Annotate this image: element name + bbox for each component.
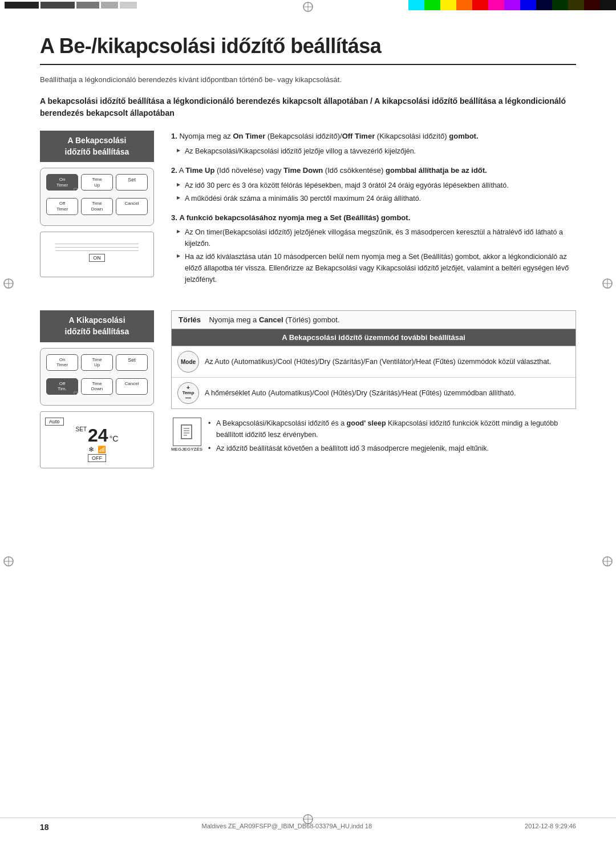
page-number: 18	[40, 823, 49, 832]
remote-illus-2: OnTimer TimeUp Set OffTim. ☞ TimeDown	[40, 348, 154, 406]
btn-on-timer: OnTimer ☞	[46, 174, 78, 191]
btn-time-down-1: TimeDown	[81, 198, 113, 214]
page-footer: 18 Maldives ZE_AR09FSFP@_IBIM_DB68-03379…	[0, 817, 616, 832]
section1-container: A Bekapcsolási időzítő beállítása OnTime…	[40, 131, 576, 293]
step1-bullets: Az Bekapcsolási/Kikapcsolási időzítő jel…	[171, 145, 576, 157]
mode-icon-label: Mode	[181, 358, 196, 366]
step2-bullets: Az idő 30 perc és 3 óra között félórás l…	[171, 180, 576, 204]
note-content: A Bekapcsolási/Kikapcsolási időzítő és a…	[208, 418, 576, 456]
btn-on-timer-2: OnTimer	[46, 354, 78, 371]
note-bullet-1: A Bekapcsolási/Kikapcsolási időzítő és a…	[208, 418, 576, 440]
note-bullet-2: Az időzítő beállítását követően a beállí…	[208, 443, 576, 454]
instructions-col: 1. Nyomja meg az On Timer (Bekapcsolási …	[171, 131, 576, 293]
btn-cancel-1: Cancel	[116, 198, 148, 214]
instruction-step3: 3. A funkció bekapcsolásához nyomja meg …	[171, 212, 576, 286]
torles-label: Törlés	[179, 315, 201, 324]
svg-rect-18	[181, 425, 192, 439]
page-title: A Be-/kikapcsolási időzítő beállítása	[40, 34, 576, 65]
remote-buttons-1: OnTimer ☞ TimeUp Set OffTimer	[46, 174, 148, 214]
btn-off-timer-2: OffTim. ☞	[46, 378, 78, 395]
minus-icon: —	[185, 395, 191, 401]
display-set-label: SET	[76, 426, 87, 432]
display-illus-1: ON	[40, 232, 154, 277]
display-temp-num: 24	[88, 426, 108, 444]
mode-icon-box: Mode	[177, 351, 199, 373]
remote-buttons-2: OnTimer TimeUp Set OffTim. ☞ TimeDown	[46, 354, 148, 395]
btn-set-2: Set	[116, 354, 148, 371]
section2-label: A Kikapcsolási időzítő beállítása	[40, 310, 154, 342]
btn-time-up-2: TimeUp	[81, 354, 113, 371]
btn-set-1: Set	[116, 174, 148, 191]
note-icon-label: MEGJEGYZÉS	[171, 446, 202, 454]
display-lines-1	[55, 244, 139, 254]
settings-table: A Bekapcsolási időzítő üzemmód további b…	[171, 329, 576, 409]
temp-icon-box: + Temp —	[177, 382, 199, 404]
signal-icon: 📶	[98, 446, 106, 454]
note-icon	[173, 418, 201, 446]
instruction-step2: 2. A Time Up (Idő növelése) vagy Time Do…	[171, 165, 576, 204]
section1-left: A Bekapcsolási időzítő beállítása OnTime…	[40, 131, 154, 293]
note-box: MEGJEGYZÉS A Bekapcsolási/Kikapcsolási i…	[171, 418, 576, 456]
display-off-label: OFF	[88, 454, 106, 462]
remote-illus-1: OnTimer ☞ TimeUp Set OffTimer	[40, 168, 154, 225]
bold-header: A bekapcsolási időzítő beállítása a légk…	[40, 95, 576, 119]
snowflake-icon: ❄	[88, 446, 94, 454]
step3-bullets: Az On timer(Bekapcsolási időzítő) jelzőj…	[171, 226, 576, 285]
section2-container: A Kikapcsolási időzítő beállítása OnTime…	[40, 310, 576, 468]
section2-right: Törlés Nyomja meg a Cancel (Törlés) gomb…	[171, 310, 576, 468]
footer-date: 2012-12-8 9:29:46	[525, 823, 576, 832]
cancel-bold: Cancel	[259, 315, 283, 324]
display-auto-label: Auto	[45, 418, 64, 426]
btn-time-up-1: TimeUp	[81, 174, 113, 191]
settings-table-header: A Bekapcsolási időzítő üzemmód további b…	[172, 329, 576, 346]
mode-description: Az Auto (Automatikus)/Cool (Hűtés)/Dry (…	[205, 357, 551, 367]
display-degree: °C	[110, 434, 119, 443]
btn-cancel-2: Cancel	[116, 378, 148, 395]
btn-time-down-2: TimeDown	[81, 378, 113, 395]
section2-left: A Kikapcsolási időzítő beállítása OnTime…	[40, 310, 154, 468]
section1-label: A Bekapcsolási időzítő beállítása	[40, 131, 154, 162]
note-bullets: A Bekapcsolási/Kikapcsolási időzítő és a…	[208, 418, 576, 454]
torles-text: Nyomja meg a	[209, 315, 258, 324]
reg-mark-left-bottom	[3, 556, 14, 567]
document-icon	[179, 424, 195, 440]
temp-description: A hőmérséklet Auto (Automatikus)/Cool (H…	[205, 388, 516, 399]
display-illus-2: Auto SET 24 °C ❄ 📶 OFF	[40, 411, 154, 468]
torles-row: Törlés Nyomja meg a Cancel (Törlés) gomb…	[171, 310, 576, 329]
footer-file-info: Maldives ZE_AR09FSFP@_IBIM_DB68-03379A_H…	[202, 823, 372, 832]
instruction-step1: 1. Nyomja meg az On Timer (Bekapcsolási …	[171, 131, 576, 157]
settings-row-temp: + Temp — A hőmérséklet Auto (Automatikus…	[172, 378, 576, 408]
btn-off-timer-1: OffTimer	[46, 198, 78, 214]
display-on-label: ON	[89, 254, 105, 262]
reg-mark-right-bottom	[602, 556, 613, 567]
instruction-list: 1. Nyomja meg az On Timer (Bekapcsolási …	[171, 131, 576, 285]
subtitle-text: Beállíthatja a légkondicionáló berendezé…	[40, 75, 576, 84]
settings-row-mode: Mode Az Auto (Automatikus)/Cool (Hűtés)/…	[172, 346, 576, 378]
